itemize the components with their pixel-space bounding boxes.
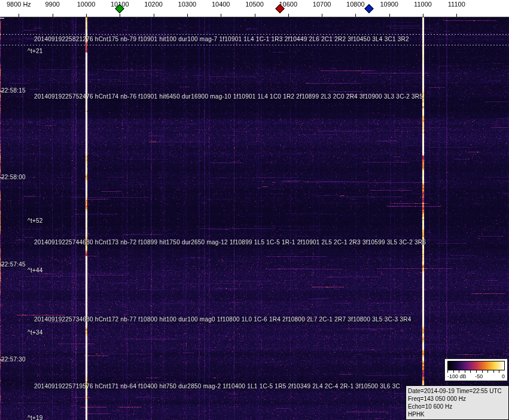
freq-tick-label: 9800 Hz [7, 1, 31, 8]
freq-tick-mark [53, 14, 53, 17]
blue-diamond-marker[interactable] [364, 4, 374, 14]
freq-tick-mark [86, 14, 87, 17]
db-scale-legend: -100 dB -50 0 [444, 358, 508, 381]
freq-tick-mark [288, 14, 289, 17]
freq-tick-mark [19, 14, 19, 17]
info-echo: Echo=10 600 Hz [408, 403, 507, 410]
frequency-axis-bar: 9800 Hz990010000101001020010300104001050… [0, 0, 509, 17]
freq-tick-mark [154, 14, 154, 17]
freq-tick-mark [389, 14, 390, 17]
freq-tick-label: 10700 [313, 1, 331, 8]
freq-tick-mark [355, 14, 356, 17]
freq-tick-label: 10900 [380, 1, 398, 8]
freq-tick-label: 10200 [144, 1, 163, 8]
db-label-max: 0 [502, 373, 505, 379]
freq-tick-mark [456, 14, 457, 17]
db-label-mid: -50 [475, 373, 483, 379]
freq-tick-label: 10300 [178, 1, 197, 8]
info-frequency: Freq=143 050 000 Hz [408, 395, 507, 403]
db-gradient-bar [447, 361, 505, 370]
info-station-code: HPHK [408, 410, 507, 418]
freq-tick-mark [255, 14, 255, 17]
freq-tick-label: 11100 [448, 1, 465, 8]
freq-tick-label: 11000 [414, 1, 432, 8]
freq-tick-mark [322, 14, 322, 17]
freq-tick-mark [221, 14, 221, 17]
freq-tick-mark [423, 14, 423, 17]
freq-tick-mark [120, 14, 120, 17]
freq-tick-label: 10400 [212, 1, 230, 8]
db-label-min: -100 dB [447, 373, 467, 379]
freq-tick-label: 10000 [77, 1, 96, 8]
freq-tick-mark [187, 14, 188, 17]
spectrogram-canvas[interactable] [0, 17, 509, 420]
info-box: Date=2014-09-19 Time=22:55 UTC Freq=143 … [406, 385, 509, 420]
db-scale-labels: -100 dB -50 0 [447, 373, 505, 379]
freq-tick-label: 10800 [346, 1, 365, 8]
freq-tick-label: 9900 [45, 1, 59, 8]
freq-tick-label: 10500 [245, 1, 264, 8]
info-date-time: Date=2014-09-19 Time=22:55 UTC [408, 387, 507, 395]
spectrogram-app-screen: { "app": {"name": "Radio meteor echo wat… [0, 0, 509, 420]
